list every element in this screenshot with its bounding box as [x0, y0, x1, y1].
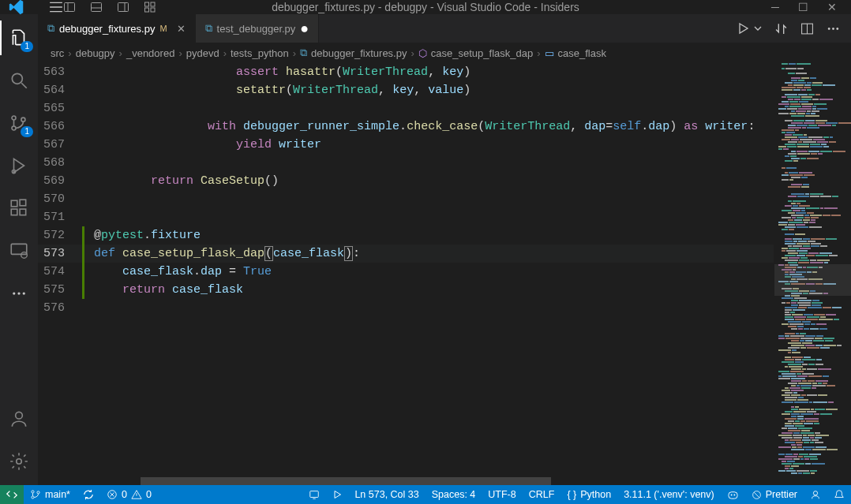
tab-label: debugger_fixtures.py [59, 23, 155, 35]
tab-debugger-fixtures[interactable]: ⧉ debugger_fixtures.py M ✕ [38, 14, 196, 43]
editor-group: ⧉ debugger_fixtures.py M ✕ ⧉ test_debugg… [38, 14, 851, 485]
bc-var[interactable]: case_flask [558, 47, 606, 59]
bc-file[interactable]: debugger_fixtures.py [311, 47, 407, 59]
tab-label: test_debugger.py [217, 23, 296, 35]
split-editor-icon[interactable] [800, 22, 814, 35]
svg-line-45 [754, 492, 759, 498]
svg-point-25 [16, 412, 23, 419]
chevron-right-icon: › [537, 47, 540, 59]
run-chevron-icon[interactable] [754, 24, 762, 32]
settings-gear-icon[interactable] [0, 449, 38, 474]
python-file-icon: ⧉ [47, 22, 54, 35]
extensions-icon[interactable] [0, 196, 38, 221]
bc-debugpy[interactable]: debugpy [76, 47, 115, 59]
svg-point-42 [730, 494, 732, 495]
svg-point-31 [836, 28, 838, 30]
python-interpreter[interactable]: 3.11.1 ('.venv': venv) [617, 485, 721, 504]
explorer-badge: 1 [21, 41, 33, 52]
close-tab-icon[interactable]: ✕ [177, 23, 186, 35]
svg-rect-9 [151, 8, 155, 12]
compare-changes-icon[interactable] [774, 22, 788, 35]
branch-name: main* [45, 489, 70, 500]
run-indicator[interactable] [326, 485, 348, 504]
run-debug-icon[interactable] [0, 153, 38, 178]
python-file-icon: ⧉ [205, 22, 212, 35]
run-file-icon[interactable] [737, 22, 749, 35]
title-bar: debugger_fixtures.py - debugpy - Visual … [0, 0, 851, 14]
symbol-variable-icon: ▭ [545, 47, 554, 59]
search-icon[interactable] [0, 68, 38, 93]
window-title: debugger_fixtures.py - debugpy - Visual … [272, 1, 579, 13]
bc-src[interactable]: src [51, 47, 64, 59]
customize-layout-icon[interactable] [144, 1, 156, 13]
close-window-icon[interactable]: ✕ [827, 1, 837, 13]
maximize-icon[interactable]: ☐ [798, 1, 808, 13]
svg-point-43 [733, 494, 735, 495]
feedback-icon[interactable] [804, 485, 827, 504]
svg-point-29 [828, 28, 830, 30]
svg-point-21 [21, 252, 28, 259]
notifications-icon[interactable] [827, 485, 851, 504]
formatter[interactable]: Prettier [745, 485, 804, 504]
indentation[interactable]: Spaces: 4 [426, 485, 482, 504]
copilot-indicator[interactable] [721, 485, 745, 504]
problems-indicator[interactable]: 0 0 [100, 485, 158, 504]
code-editor[interactable]: 563 assert hasattr(WriterThread, key)564… [38, 63, 774, 477]
encoding[interactable]: UTF-8 [482, 485, 522, 504]
horizontal-scrollbar[interactable] [38, 477, 851, 485]
cursor-position[interactable]: Ln 573, Col 33 [348, 485, 425, 504]
bc-func[interactable]: case_setup_flask_dap [431, 47, 533, 59]
explorer-icon[interactable]: 1 [0, 25, 38, 50]
toggle-panel-right-icon[interactable] [117, 1, 129, 13]
sync-indicator[interactable] [77, 485, 100, 504]
remote-indicator[interactable] [0, 485, 24, 504]
error-count: 0 [122, 489, 127, 500]
svg-point-23 [17, 292, 20, 294]
bc-tests-python[interactable]: tests_python [231, 47, 289, 59]
python-file-icon: ⧉ [300, 47, 307, 59]
minimap[interactable] [774, 63, 851, 477]
window-controls: ─ ☐ ✕ [771, 1, 837, 13]
bc-pydevd[interactable]: pydevd [186, 47, 219, 59]
language-mode[interactable]: { } Python [560, 485, 617, 504]
svg-point-10 [12, 73, 22, 84]
scm-badge: 1 [21, 126, 33, 137]
svg-rect-41 [729, 491, 737, 498]
breadcrumb[interactable]: src › debugpy › _vendored › pydevd › tes… [38, 43, 851, 63]
branch-indicator[interactable]: main* [24, 485, 77, 504]
activity-bar: 1 1 [0, 14, 38, 485]
svg-rect-7 [151, 2, 155, 6]
svg-point-13 [12, 126, 16, 130]
toggle-panel-left-icon[interactable] [63, 1, 76, 13]
svg-rect-2 [92, 3, 102, 12]
svg-point-22 [13, 292, 15, 294]
chevron-right-icon: › [68, 47, 71, 59]
chevron-right-icon: › [411, 47, 414, 59]
source-control-icon[interactable]: 1 [0, 110, 38, 136]
svg-rect-19 [20, 200, 26, 206]
bc-vendored[interactable]: _vendored [126, 47, 174, 59]
toggle-panel-bottom-icon[interactable] [90, 1, 103, 13]
tab-test-debugger[interactable]: ⧉ test_debugger.py ● [196, 14, 320, 43]
modified-indicator: M [159, 24, 167, 33]
accounts-icon[interactable] [0, 406, 38, 431]
symbol-function-icon: ⬡ [418, 47, 427, 59]
svg-rect-17 [11, 209, 17, 215]
svg-rect-8 [145, 8, 149, 12]
chevron-right-icon: › [223, 47, 227, 59]
minimize-icon[interactable]: ─ [771, 1, 779, 13]
eol[interactable]: CRLF [523, 485, 561, 504]
more-actions-icon[interactable] [827, 22, 840, 35]
warning-count: 0 [146, 489, 152, 500]
svg-rect-39 [310, 491, 319, 498]
debug-indicator[interactable] [302, 485, 326, 504]
minimap-slider[interactable] [774, 264, 851, 296]
svg-rect-18 [20, 209, 26, 215]
braces-icon: { } [567, 489, 576, 500]
svg-rect-6 [145, 2, 149, 6]
hamburger-menu-icon[interactable] [49, 0, 63, 14]
status-bar: main* 0 0 Ln 573, Col 33 Spaces: 4 UTF-8… [0, 485, 851, 504]
remote-explorer-icon[interactable] [0, 238, 38, 263]
more-icon[interactable] [0, 281, 38, 306]
scrollbar-thumb[interactable] [141, 477, 551, 485]
